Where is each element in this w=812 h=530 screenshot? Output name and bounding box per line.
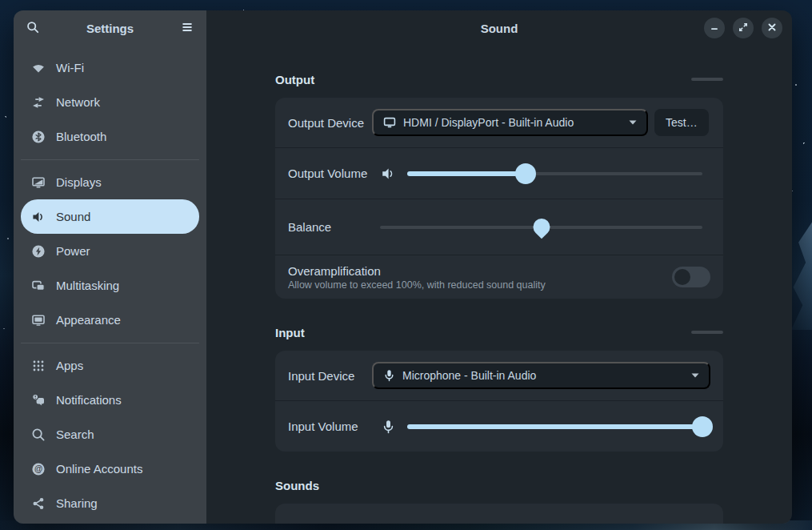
balance-row: Balance: [275, 199, 723, 255]
output-device-row: Output Device HDMI / DisplayPort - Built…: [275, 98, 723, 147]
sidebar-item-apps[interactable]: Apps: [21, 348, 199, 383]
output-volume-row: Output Volume: [275, 148, 723, 199]
sharing-icon: [31, 496, 46, 511]
sidebar-item-label: Wi-Fi: [56, 61, 84, 74]
overamplification-texts: Overamplification Allow volume to exceed…: [288, 263, 672, 291]
sidebar-item-sharing[interactable]: Sharing: [21, 486, 199, 520]
sidebar-item-sound[interactable]: Sound: [21, 199, 199, 234]
overamplification-toggle[interactable]: [672, 267, 710, 287]
minimize-button[interactable]: [704, 18, 725, 38]
spacer: [275, 299, 723, 326]
sidebar-item-label: Sound: [56, 210, 90, 223]
input-device-label: Input Device: [288, 369, 372, 383]
search-button[interactable]: [21, 16, 45, 40]
input-volume-fill: [407, 424, 702, 429]
close-button[interactable]: [762, 18, 782, 38]
output-card: Output Device HDMI / DisplayPort - Built…: [275, 98, 723, 299]
input-volume-label: Input Volume: [288, 420, 372, 433]
output-volume-slider[interactable]: [407, 163, 702, 184]
sidebar-item-displays[interactable]: Displays: [21, 165, 199, 199]
input-device-dropdown[interactable]: Microphone - Built-in Audio: [372, 362, 710, 389]
multitasking-icon: [31, 279, 46, 293]
notifications-icon: [31, 393, 46, 408]
input-heading-label: Input: [275, 326, 305, 339]
sidebar-title: Settings: [45, 22, 175, 35]
settings-window: Settings Wi-Fi Network Bluetooth Display…: [14, 10, 792, 524]
microphone-icon: [383, 369, 395, 382]
sidebar-item-multitasking[interactable]: Multitasking: [21, 268, 199, 303]
output-section-heading: Output: [275, 73, 723, 86]
sidebar: Settings Wi-Fi Network Bluetooth Display…: [14, 10, 206, 524]
balance-label: Balance: [288, 220, 372, 234]
balance-slider[interactable]: [380, 217, 702, 238]
svg-text:@: @: [34, 464, 42, 473]
input-device-value: Microphone - Built-in Audio: [402, 369, 536, 382]
sidebar-header: Settings: [14, 10, 206, 46]
sidebar-item-label: Apps: [56, 359, 83, 372]
input-heading-dash: [691, 331, 723, 334]
input-volume-handle[interactable]: [692, 416, 713, 437]
sidebar-item-label: Power: [56, 244, 90, 258]
output-device-label: Output Device: [288, 116, 372, 130]
network-icon: [31, 95, 46, 110]
wifi-icon: [31, 61, 46, 75]
appearance-icon: [31, 313, 46, 327]
sounds-section-heading: Sounds: [275, 479, 723, 492]
power-icon: [31, 244, 46, 259]
apps-icon: [31, 359, 46, 373]
sidebar-item-label: Network: [56, 95, 100, 109]
sidebar-item-appearance[interactable]: Appearance: [21, 303, 199, 337]
content-column: Output Output Device HDMI / DisplayPort …: [275, 46, 723, 524]
sidebar-item-label: Sharing: [56, 496, 98, 510]
spacer: [275, 452, 723, 479]
content-scroll-area[interactable]: Output Output Device HDMI / DisplayPort …: [206, 46, 792, 524]
microphone-icon: [380, 419, 396, 435]
speaker-low-icon: [380, 166, 396, 182]
window-controls: [704, 18, 782, 38]
output-volume-fill: [407, 171, 526, 176]
maximize-icon: [738, 22, 749, 35]
displays-icon: [31, 175, 46, 190]
output-volume-label: Output Volume: [288, 167, 372, 180]
main-panel: Sound: [206, 10, 792, 524]
input-device-row: Input Device Microphone - Built-in Audio: [275, 351, 723, 400]
hamburger-menu-icon: [181, 21, 194, 36]
main-menu-button[interactable]: [175, 16, 199, 40]
sidebar-nav: Wi-Fi Network Bluetooth Displays Sound P…: [14, 46, 206, 520]
minimize-icon: [709, 22, 720, 35]
overamplification-title: Overamplification: [288, 263, 672, 279]
input-volume-row: Input Volume: [275, 401, 723, 452]
output-volume-handle[interactable]: [515, 163, 536, 184]
sidebar-item-label: Multitasking: [56, 279, 119, 292]
chevron-down-icon: [691, 373, 699, 378]
maximize-button[interactable]: [733, 18, 754, 38]
close-icon: [766, 22, 778, 35]
search-icon: [31, 428, 46, 442]
sidebar-item-bluetooth[interactable]: Bluetooth: [21, 119, 199, 154]
toggle-knob: [674, 269, 690, 285]
search-icon: [26, 21, 39, 36]
sidebar-item-label: Bluetooth: [56, 130, 106, 143]
sidebar-item-label: Online Accounts: [56, 462, 142, 476]
sidebar-item-search[interactable]: Search: [21, 417, 199, 452]
sidebar-item-network[interactable]: Network: [21, 85, 199, 119]
volume-levels-row[interactable]: Volume Levels: [275, 504, 723, 524]
chevron-down-icon: [629, 120, 637, 125]
volume-levels-label: Volume Levels: [288, 522, 366, 524]
sidebar-item-power[interactable]: Power: [21, 234, 199, 268]
sidebar-item-notifications[interactable]: Notifications: [21, 383, 199, 417]
overamplification-row: Overamplification Allow volume to exceed…: [275, 255, 723, 299]
online-accounts-icon: @: [31, 462, 46, 476]
sidebar-item-label: Notifications: [56, 393, 122, 407]
input-volume-slider[interactable]: [407, 416, 702, 437]
output-heading-dash: [691, 78, 723, 81]
output-heading-label: Output: [275, 73, 314, 86]
test-speakers-button[interactable]: Test…: [654, 109, 709, 136]
sidebar-item-online-accounts[interactable]: @ Online Accounts: [21, 452, 199, 486]
balance-handle[interactable]: [530, 215, 554, 239]
sidebar-item-wi-fi[interactable]: Wi-Fi: [21, 50, 199, 85]
sounds-heading-label: Sounds: [275, 479, 319, 492]
sidebar-item-label: Appearance: [56, 313, 121, 327]
output-device-value: HDMI / DisplayPort - Built-in Audio: [403, 116, 574, 129]
output-device-dropdown[interactable]: HDMI / DisplayPort - Built-in Audio: [372, 109, 648, 136]
